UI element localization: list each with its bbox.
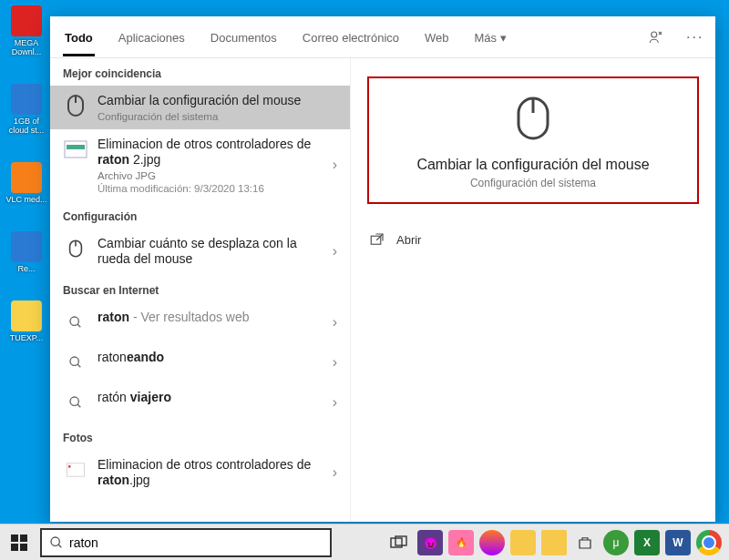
preview-card: Cambiar la configuración del mouse Confi…	[367, 76, 699, 204]
tab-correo[interactable]: Correo electrónico	[301, 18, 401, 56]
search-box[interactable]	[40, 528, 332, 557]
result-sub: Configuración del sistema	[98, 111, 337, 122]
tab-documentos[interactable]: Documentos	[209, 18, 279, 56]
search-icon	[63, 390, 88, 415]
result-web[interactable]: raton - Ver resultados web ›	[50, 302, 350, 342]
app-icon[interactable]	[541, 530, 567, 555]
preview-sub: Configuración del sistema	[378, 177, 688, 189]
tab-web[interactable]: Web	[423, 18, 451, 56]
search-results-panel: Todo Aplicaciones Documentos Correo elec…	[50, 16, 715, 522]
task-view-icon[interactable]	[386, 530, 412, 555]
result-web[interactable]: ratoneando ›	[50, 342, 350, 382]
tab-aplicaciones[interactable]: Aplicaciones	[117, 18, 187, 56]
svg-rect-19	[20, 535, 27, 542]
file-explorer-icon[interactable]	[510, 530, 536, 555]
result-web[interactable]: ratón viajero ›	[50, 382, 350, 423]
image-file-icon	[63, 457, 88, 483]
svg-line-8	[77, 324, 80, 327]
svg-point-7	[70, 317, 78, 325]
svg-rect-18	[11, 535, 18, 542]
result-title: Cambiar la configuración del mouse	[98, 93, 337, 109]
svg-rect-21	[20, 544, 27, 551]
taskbar: 😈 🔥 μ X W	[0, 524, 729, 560]
chrome-icon[interactable]	[696, 530, 722, 555]
app-icon[interactable]: 🔥	[448, 530, 474, 555]
result-setting[interactable]: Cambiar cuánto se desplaza con la rueda …	[50, 229, 350, 275]
app-icon[interactable]: 😈	[417, 530, 443, 555]
chevron-right-icon: ›	[333, 314, 337, 331]
search-tabs: Todo Aplicaciones Documentos Correo elec…	[50, 16, 715, 58]
mouse-icon	[63, 93, 88, 118]
svg-point-11	[70, 397, 78, 405]
desktop-icon[interactable]: MEGA Downl...	[4, 5, 49, 56]
more-icon[interactable]: ···	[686, 29, 703, 46]
action-label: Abrir	[396, 233, 421, 247]
open-icon	[369, 231, 385, 248]
chevron-right-icon: ›	[333, 394, 337, 411]
store-icon[interactable]	[572, 530, 598, 555]
desktop-icon[interactable]: VLC med...	[4, 162, 49, 204]
section-header: Fotos	[50, 423, 350, 450]
result-title: Cambiar cuánto se desplaza con la rueda …	[98, 236, 323, 268]
utorrent-icon[interactable]: μ	[603, 530, 629, 555]
desktop: MEGA Downl... 1GB of cloud st... VLC med…	[0, 0, 50, 524]
tab-mas[interactable]: Más ▾	[473, 18, 508, 56]
svg-point-0	[652, 32, 657, 37]
excel-icon[interactable]: X	[634, 530, 660, 555]
result-sub: Archivo JPG	[98, 170, 323, 181]
chevron-right-icon: ›	[333, 464, 337, 481]
desktop-icon[interactable]: 1GB of cloud st...	[4, 84, 49, 135]
svg-point-9	[70, 357, 78, 365]
result-meta: Última modificación: 9/3/2020 13:16	[98, 183, 323, 194]
svg-rect-14	[68, 465, 70, 467]
search-icon	[49, 535, 64, 550]
desktop-icon[interactable]: Re...	[4, 231, 49, 273]
chevron-right-icon: ›	[333, 157, 337, 173]
svg-point-22	[51, 537, 59, 545]
chevron-right-icon: ›	[333, 354, 337, 371]
result-best-match[interactable]: Cambiar la configuración del mouse Confi…	[50, 86, 350, 129]
mouse-icon	[378, 95, 688, 146]
preview-title: Cambiar la configuración del mouse	[378, 157, 688, 173]
search-icon	[63, 350, 88, 375]
search-icon	[63, 310, 88, 335]
chevron-right-icon: ›	[333, 243, 337, 260]
desktop-icon[interactable]: TUEXP...	[4, 300, 49, 342]
results-list: Mejor coincidencia Cambiar la configurac…	[50, 58, 351, 522]
result-photo[interactable]: Eliminacion de otros controladores de ra…	[50, 450, 350, 496]
windows-icon	[11, 535, 27, 551]
chevron-down-icon: ▾	[500, 31, 507, 45]
svg-rect-4	[67, 145, 85, 149]
image-file-icon	[63, 137, 88, 162]
taskbar-apps: 😈 🔥 μ X W	[386, 530, 729, 555]
tab-todo[interactable]: Todo	[63, 18, 95, 56]
svg-line-12	[77, 404, 80, 407]
word-icon[interactable]: W	[665, 530, 691, 555]
mouse-icon	[63, 236, 88, 261]
svg-line-10	[77, 364, 80, 367]
section-header: Configuración	[50, 201, 350, 229]
result-file[interactable]: Eliminacion de otros controladores de ra…	[50, 129, 350, 201]
svg-rect-13	[67, 463, 84, 475]
action-open[interactable]: Abrir	[367, 226, 699, 253]
firefox-icon[interactable]	[479, 530, 505, 555]
svg-line-23	[58, 545, 61, 547]
section-header: Buscar en Internet	[50, 275, 350, 302]
preview-pane: Cambiar la configuración del mouse Confi…	[351, 58, 715, 522]
result-title: Eliminacion de otros controladores de ra…	[98, 137, 323, 168]
feedback-icon[interactable]	[648, 29, 664, 46]
search-input[interactable]	[69, 535, 323, 550]
section-header: Mejor coincidencia	[50, 58, 350, 86]
start-button[interactable]	[0, 524, 38, 561]
svg-rect-20	[11, 544, 18, 551]
